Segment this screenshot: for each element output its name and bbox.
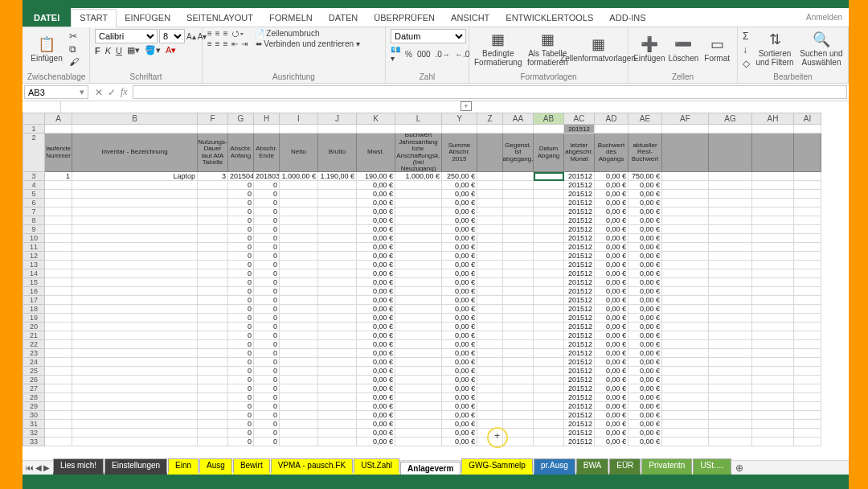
cell[interactable]: 0,00 €	[595, 190, 628, 199]
cell[interactable]	[198, 305, 228, 314]
row-header[interactable]: 18	[23, 305, 45, 314]
name-box[interactable]: AB3▾	[24, 85, 88, 99]
cell[interactable]	[280, 278, 318, 287]
cell[interactable]	[45, 323, 72, 331]
cell[interactable]: 0,00 €	[595, 358, 628, 367]
cell-styles-button[interactable]: ▦Zellenformatvorlagen	[573, 29, 623, 69]
cell[interactable]	[752, 134, 794, 172]
cell[interactable]	[198, 269, 228, 278]
cell[interactable]	[318, 305, 357, 314]
cell[interactable]	[709, 340, 752, 349]
cell[interactable]	[280, 190, 318, 199]
cell[interactable]	[280, 125, 318, 134]
cell[interactable]	[503, 278, 534, 287]
orientation-icon[interactable]: ⭯▾	[231, 29, 244, 38]
cell[interactable]	[280, 393, 318, 402]
column-header-K[interactable]: K	[357, 113, 395, 125]
cell[interactable]: 0	[254, 190, 280, 199]
cell[interactable]	[318, 225, 357, 234]
cell[interactable]	[709, 225, 752, 234]
cell[interactable]: 0	[228, 402, 254, 411]
cell[interactable]: Summe Abschr. 2015	[442, 134, 477, 172]
cell[interactable]	[318, 269, 357, 278]
cell[interactable]	[662, 208, 709, 216]
cell[interactable]	[794, 305, 821, 314]
cell[interactable]: 201512	[564, 429, 595, 438]
cell[interactable]	[794, 314, 821, 323]
cell[interactable]	[72, 393, 198, 402]
cell[interactable]: 0,00 €	[442, 269, 477, 278]
column-header-F[interactable]: F	[198, 113, 228, 125]
cell[interactable]	[45, 331, 72, 340]
cell[interactable]	[45, 429, 72, 438]
cell[interactable]: 0,00 €	[357, 349, 395, 358]
cell[interactable]	[662, 243, 709, 252]
cell[interactable]: 0,00 €	[442, 216, 477, 225]
cell[interactable]	[72, 208, 198, 216]
cell[interactable]: 201512	[564, 181, 595, 190]
cell[interactable]: Brutto	[318, 134, 357, 172]
cell[interactable]: 0	[228, 376, 254, 384]
row-header[interactable]: 26	[23, 376, 45, 384]
cell[interactable]	[45, 358, 72, 367]
cell[interactable]	[709, 314, 752, 323]
cell[interactable]	[45, 420, 72, 429]
cell[interactable]: 0	[228, 393, 254, 402]
column-header-L[interactable]: L	[395, 113, 442, 125]
cell[interactable]	[752, 438, 794, 446]
cell[interactable]: 0,00 €	[628, 438, 662, 446]
cell[interactable]: 0,00 €	[442, 261, 477, 269]
cell[interactable]	[503, 323, 534, 331]
column-header-B[interactable]: B	[72, 113, 198, 125]
cell[interactable]	[318, 358, 357, 367]
cell[interactable]: 0,00 €	[595, 420, 628, 429]
cell[interactable]: 0,00 €	[595, 208, 628, 216]
cell[interactable]	[318, 340, 357, 349]
cell[interactable]	[534, 323, 564, 331]
cell[interactable]	[45, 438, 72, 446]
cell[interactable]: laufende Nummer	[45, 134, 72, 172]
cell[interactable]	[72, 402, 198, 411]
cell[interactable]: 0	[228, 252, 254, 261]
cell[interactable]: 201512	[564, 261, 595, 269]
cell[interactable]	[198, 314, 228, 323]
cell[interactable]	[662, 323, 709, 331]
formula-input[interactable]	[133, 85, 847, 99]
cell[interactable]	[503, 376, 534, 384]
cell[interactable]: 201512	[564, 243, 595, 252]
cell[interactable]	[752, 181, 794, 190]
tab-pagelayout[interactable]: SEITENLAYOUT	[178, 8, 261, 27]
cell[interactable]	[45, 367, 72, 376]
cell[interactable]	[395, 261, 442, 269]
cell[interactable]	[198, 411, 228, 420]
cell[interactable]: 0,00 €	[357, 420, 395, 429]
cell[interactable]	[534, 331, 564, 340]
select-all-corner[interactable]	[23, 113, 45, 125]
cell[interactable]	[662, 190, 709, 199]
cell[interactable]	[280, 402, 318, 411]
cell[interactable]	[752, 323, 794, 331]
cell[interactable]	[318, 181, 357, 190]
cell[interactable]: 0	[228, 340, 254, 349]
cell[interactable]	[72, 349, 198, 358]
cell[interactable]: 201512	[564, 296, 595, 305]
cell[interactable]	[503, 402, 534, 411]
indent-inc-icon[interactable]: ⇥	[241, 39, 248, 48]
cell[interactable]: Buchwert des Abgangs	[595, 134, 628, 172]
cell[interactable]	[280, 181, 318, 190]
cell[interactable]	[503, 125, 534, 134]
cell[interactable]	[752, 287, 794, 296]
row-header[interactable]: 19	[23, 314, 45, 323]
row-header[interactable]: 15	[23, 278, 45, 287]
cell[interactable]: Netto	[280, 134, 318, 172]
cell[interactable]: 0,00 €	[628, 190, 662, 199]
cell[interactable]	[794, 376, 821, 384]
sheet-tab[interactable]: Anlageverm	[400, 462, 461, 475]
cell[interactable]	[709, 134, 752, 172]
cell[interactable]: 0	[254, 393, 280, 402]
cell[interactable]	[662, 172, 709, 181]
cell[interactable]: 0,00 €	[357, 411, 395, 420]
spreadsheet-grid[interactable]: ABFGHIJKLYZAAABACADAEAFAGAHAI 12015122la…	[23, 113, 849, 460]
column-header-AD[interactable]: AD	[595, 113, 628, 125]
cell[interactable]	[395, 243, 442, 252]
